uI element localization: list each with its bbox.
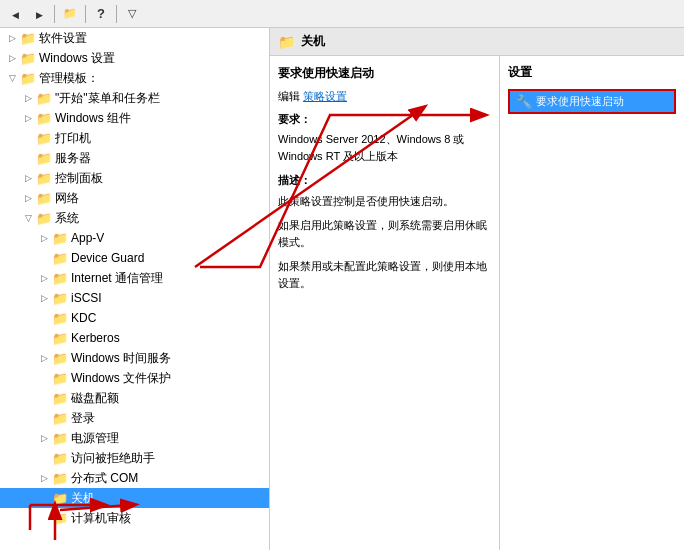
tree-item-guanli[interactable]: ▽ 📁 管理模板：: [0, 68, 269, 88]
folder-icon: 📁: [36, 91, 52, 106]
toolbar: 📁 ? ▽: [0, 0, 684, 28]
settings-item-icon: 🔧: [516, 94, 532, 109]
tree-label: 分布式 COM: [71, 470, 269, 487]
tree-item-fangwen[interactable]: 📁 访问被拒绝助手: [0, 448, 269, 468]
tree-item-kaishi[interactable]: ▷ 📁 "开始"菜单和任务栏: [0, 88, 269, 108]
folder-icon: 📁: [52, 391, 68, 406]
folder-icon: 📁: [52, 451, 68, 466]
tree-label: iSCSI: [71, 291, 269, 305]
settings-item-label: 要求使用快速启动: [536, 94, 624, 109]
tree-label: 控制面板: [55, 170, 269, 187]
tree-item-cipan[interactable]: 📁 磁盘配额: [0, 388, 269, 408]
tree-label: Windows 文件保护: [71, 370, 269, 387]
folder-icon: 📁: [36, 211, 52, 226]
folder-icon: 📁: [20, 71, 36, 86]
folder-button[interactable]: 📁: [59, 3, 81, 25]
tree-label: 打印机: [55, 130, 269, 147]
tree-item-winzujian[interactable]: ▷ 📁 Windows 组件: [0, 108, 269, 128]
folder-icon: 📁: [52, 351, 68, 366]
tree-item-xitong[interactable]: ▽ 📁 系统: [0, 208, 269, 228]
edit-strategy-line: 编辑 策略设置: [278, 88, 491, 105]
if-enabled-text: 如果启用此策略设置，则系统需要启用休眠模式。: [278, 217, 491, 250]
separator-2: [85, 5, 86, 23]
tree-item-dayinji[interactable]: 📁 打印机: [0, 128, 269, 148]
expander-icon: ▷: [36, 233, 52, 243]
forward-button[interactable]: [28, 3, 50, 25]
folder-icon: 📁: [20, 31, 36, 46]
expander-icon: ▷: [4, 33, 20, 43]
tree-item-denglu[interactable]: 📁 登录: [0, 408, 269, 428]
policy-header: 📁 关机: [270, 28, 684, 56]
tree-item-winwj[interactable]: 📁 Windows 文件保护: [0, 368, 269, 388]
tree-label: 软件设置: [39, 30, 269, 47]
content-area: ▷ 📁 软件设置 ▷ 📁 Windows 设置 ▽ 📁 管理模板：: [0, 28, 684, 550]
tree-label: App-V: [71, 231, 269, 245]
folder-icon: 📁: [36, 151, 52, 166]
expander-icon: ▷: [36, 353, 52, 363]
folder-icon: 📁: [52, 271, 68, 286]
right-content: 要求使用快速启动 编辑 策略设置 要求： Windows Server 2012…: [270, 56, 684, 550]
expander-icon: ▷: [36, 293, 52, 303]
expander-icon: ▽: [4, 73, 20, 83]
tree-item-wangluo[interactable]: ▷ 📁 网络: [0, 188, 269, 208]
tree-item-fuwuqi[interactable]: 📁 服务器: [0, 148, 269, 168]
folder-icon: 📁: [52, 311, 68, 326]
tree-label: 计算机审核: [71, 510, 269, 527]
tree-item-kdc[interactable]: 📁 KDC: [0, 308, 269, 328]
require-text: Windows Server 2012、Windows 8 或 Windows …: [278, 131, 491, 164]
right-panel: 📁 关机 要求使用快速启动 编辑 策略设置 要求： Windows Server…: [270, 28, 684, 550]
tree-label: 网络: [55, 190, 269, 207]
settings-pane: 设置 🔧 要求使用快速启动: [500, 56, 684, 550]
tree-item-fenbu[interactable]: ▷ 📁 分布式 COM: [0, 468, 269, 488]
tree-item-guanji[interactable]: 📁 关机: [0, 488, 269, 508]
tree-label: Windows 时间服务: [71, 350, 269, 367]
if-disabled-text: 如果禁用或未配置此策略设置，则使用本地设置。: [278, 258, 491, 291]
expander-icon: ▷: [36, 273, 52, 283]
folder-icon: 📁: [52, 411, 68, 426]
folder-icon: 📁: [52, 511, 68, 526]
tree-label: Device Guard: [71, 251, 269, 265]
strategy-link[interactable]: 策略设置: [303, 90, 347, 102]
tree-item-kongzhi[interactable]: ▷ 📁 控制面板: [0, 168, 269, 188]
tree-label: 登录: [71, 410, 269, 427]
policy-folder-title: 关机: [301, 33, 325, 50]
expander-icon: ▷: [4, 53, 20, 63]
help-button[interactable]: ?: [90, 3, 112, 25]
folder-icon: 📁: [36, 191, 52, 206]
forward-icon: [36, 8, 43, 20]
back-button[interactable]: [4, 3, 26, 25]
folder-icon: 📁: [52, 231, 68, 246]
tree-item-deviceguard[interactable]: 📁 Device Guard: [0, 248, 269, 268]
header-folder-icon: 📁: [278, 34, 295, 50]
expander-icon: ▷: [36, 473, 52, 483]
folder-icon: 📁: [36, 111, 52, 126]
separator-3: [116, 5, 117, 23]
tree-item-internet[interactable]: ▷ 📁 Internet 通信管理: [0, 268, 269, 288]
tree-item-jiqi[interactable]: 📁 计算机审核: [0, 508, 269, 528]
tree-item-kerberos[interactable]: 📁 Kerberos: [0, 328, 269, 348]
tree-label: 系统: [55, 210, 269, 227]
tree-panel: ▷ 📁 软件设置 ▷ 📁 Windows 设置 ▽ 📁 管理模板：: [0, 28, 270, 550]
tree-item-ruanjian[interactable]: ▷ 📁 软件设置: [0, 28, 269, 48]
settings-item-require-fast[interactable]: 🔧 要求使用快速启动: [508, 89, 676, 114]
filter-button[interactable]: ▽: [121, 3, 143, 25]
tree-label: 服务器: [55, 150, 269, 167]
expander-icon: ▷: [20, 93, 36, 103]
policy-desc-title: 要求使用快速启动: [278, 64, 491, 82]
folder-icon: 📁: [20, 51, 36, 66]
tree-label: 磁盘配额: [71, 390, 269, 407]
folder-icon: 📁: [52, 471, 68, 486]
tree-label: 访问被拒绝助手: [71, 450, 269, 467]
folder-icon: 📁: [36, 171, 52, 186]
folder-icon: 📁: [52, 371, 68, 386]
tree-item-appv[interactable]: ▷ 📁 App-V: [0, 228, 269, 248]
tree-item-windows[interactable]: ▷ 📁 Windows 设置: [0, 48, 269, 68]
desc-section-title: 描述：: [278, 172, 491, 189]
tree-label: 电源管理: [71, 430, 269, 447]
folder-icon: 📁: [52, 331, 68, 346]
expander-icon: ▷: [20, 173, 36, 183]
tree-item-winsj[interactable]: ▷ 📁 Windows 时间服务: [0, 348, 269, 368]
tree-item-dianyuan[interactable]: ▷ 📁 电源管理: [0, 428, 269, 448]
expander-icon: ▷: [20, 193, 36, 203]
tree-item-iscsi[interactable]: ▷ 📁 iSCSI: [0, 288, 269, 308]
